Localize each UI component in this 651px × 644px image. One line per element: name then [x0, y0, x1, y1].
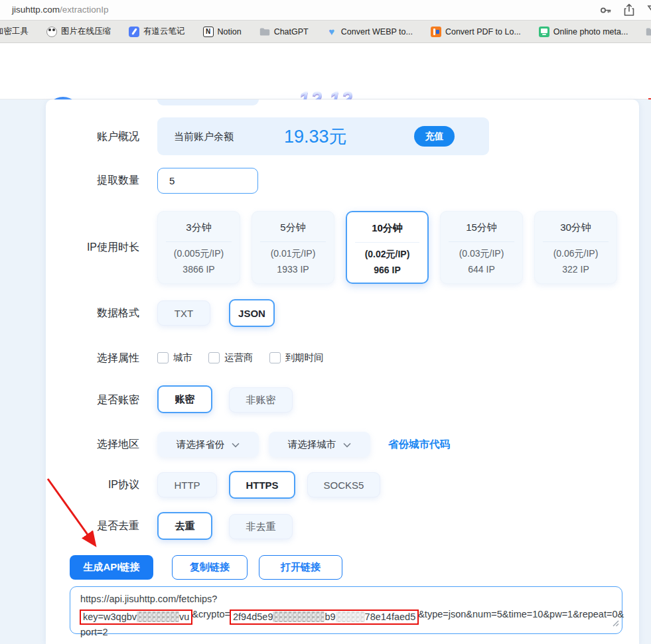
redaction-highlight-key: key=w3qgbvvu — [80, 610, 192, 625]
auth-option-no-credentials[interactable]: 非账密 — [229, 387, 293, 413]
folder-icon — [259, 27, 270, 37]
bookmark-label: 图片在线压缩 — [61, 26, 111, 37]
attribute-city[interactable]: 城市 — [157, 352, 192, 364]
masked-key-segment — [137, 612, 179, 622]
auth-option-credentials-selected[interactable]: 账密 — [157, 385, 212, 413]
quantity-label: 提取数量 — [97, 174, 139, 188]
recharge-button[interactable]: 充值 — [414, 126, 455, 147]
pdf-converter-icon — [431, 27, 441, 37]
bookmark-encrypt-tool[interactable]: 加密工具 — [0, 26, 29, 37]
api-url-line2: key=w3qgbvvu&crypto=2f94d5e9b978e14faed5… — [80, 607, 612, 625]
url-host: jisuhttp.com — [12, 5, 60, 15]
city-checkbox[interactable] — [157, 352, 169, 363]
resize-handle-icon[interactable] — [613, 616, 619, 631]
bookmark-convert-pdf[interactable]: Convert PDF to Lo... — [431, 27, 521, 37]
dedupe-label: 是否去重 — [97, 519, 139, 533]
site-header: 极速HTTP Extreme speed 首页 12.12 套餐购买 IP提取 … — [0, 43, 651, 99]
bookmark-label: 有道云笔记 — [143, 26, 185, 37]
bookmark-notion[interactable]: Notion — [203, 27, 242, 37]
api-url-line3: port=2 — [80, 625, 612, 640]
page-root: jisuhttp.com/extractionIp 加密工具 图片在线压缩 有道… — [0, 0, 651, 644]
api-url-line1: https://api.jisuhttp.com/fetchips? — [80, 592, 612, 607]
isp-checkbox[interactable] — [208, 352, 220, 363]
balance-label: 当前账户余额 — [174, 131, 234, 143]
expiry-checkbox[interactable] — [269, 352, 281, 363]
masked-crypto-segment — [273, 612, 325, 622]
bookmark-label: ChatGPT — [274, 27, 309, 36]
chevron-down-icon — [343, 439, 351, 450]
bookmark-label: 加密工具 — [0, 26, 29, 37]
bookmark-chatgpt[interactable]: ChatGPT — [259, 27, 309, 37]
auth-label: 是否账密 — [97, 393, 139, 407]
protocol-option-http[interactable]: HTTP — [157, 472, 217, 497]
masked-crypto-segment-light — [336, 612, 365, 622]
folder-icon — [646, 27, 651, 37]
format-option-json-selected[interactable]: JSON — [229, 299, 275, 327]
dedupe-option-yes-selected[interactable]: 去重 — [157, 512, 212, 540]
heart-icon: ♥ — [326, 27, 337, 37]
url-path: /extractionIp — [60, 5, 109, 15]
dedupe-option-no[interactable]: 非去重 — [229, 514, 293, 539]
redaction-highlight-crypto: 2f94d5e9b978e14faed5 — [230, 610, 419, 625]
format-option-txt[interactable]: TXT — [157, 300, 210, 326]
attribute-isp[interactable]: 运营商 — [208, 352, 253, 364]
duration-option-30min[interactable]: 30分钟 (0.06元/IP) 322 IP — [534, 211, 617, 284]
browser-address-bar[interactable]: jisuhttp.com/extractionIp — [0, 0, 651, 21]
format-label: 数据格式 — [97, 306, 139, 320]
bookmark-youdao-note[interactable]: 有道云笔记 — [129, 26, 185, 37]
protocol-label: IP协议 — [108, 478, 139, 492]
duration-label: IP使用时长 — [87, 241, 139, 255]
api-url-textarea[interactable]: https://api.jisuhttp.com/fetchips? key=w… — [70, 586, 622, 634]
clipped-scrolled-element — [157, 99, 259, 105]
generate-api-link-button[interactable]: 生成API链接 — [70, 555, 153, 580]
share-icon[interactable] — [622, 3, 636, 20]
notion-icon — [203, 27, 214, 37]
duration-option-3min[interactable]: 3分钟 (0.005元/IP) 3866 IP — [157, 211, 240, 284]
bookmarks-bar: 加密工具 图片在线压缩 有道云笔记 Notion ChatGPT ♥Conver… — [0, 21, 651, 43]
copy-link-button[interactable]: 复制链接 — [172, 555, 248, 580]
bookmark-label: Convert WEBP to... — [341, 27, 413, 36]
duration-option-5min[interactable]: 5分钟 (0.01元/IP) 1933 IP — [252, 211, 334, 284]
browser-icon-clipped[interactable] — [646, 3, 651, 19]
bookmark-image-compress[interactable]: 图片在线压缩 — [46, 26, 111, 37]
panda-icon — [46, 27, 57, 37]
province-select[interactable]: 请选择省份 — [157, 432, 259, 457]
bookmark-label: Notion — [218, 27, 242, 36]
password-key-icon[interactable] — [599, 3, 613, 20]
bookmark-photo-meta[interactable]: Online photo meta... — [539, 27, 628, 37]
bookmark-label: Convert PDF to Lo... — [445, 27, 521, 36]
bookmark-label: Online photo meta... — [553, 27, 628, 36]
attributes-row: 城市 运营商 到期时间 — [157, 352, 324, 364]
photo-meta-icon — [539, 27, 549, 37]
pen-icon — [129, 27, 139, 37]
duration-option-10min-selected[interactable]: 10分钟 (0.02元/IP) 966 IP — [346, 211, 429, 284]
page-url[interactable]: jisuhttp.com/extractionIp — [12, 5, 109, 15]
protocol-option-socks5[interactable]: SOCKS5 — [307, 472, 380, 497]
region-label: 选择地区 — [97, 438, 139, 452]
chevron-down-icon — [232, 439, 240, 450]
bookmark-convert-webp[interactable]: ♥Convert WEBP to... — [326, 27, 413, 37]
attributes-label: 选择属性 — [97, 352, 139, 365]
protocol-option-https-selected[interactable]: HTTPS — [229, 471, 295, 499]
quantity-input[interactable] — [157, 168, 258, 194]
attribute-expiry[interactable]: 到期时间 — [269, 352, 324, 364]
duration-option-15min[interactable]: 15分钟 (0.03元/IP) 644 IP — [440, 211, 523, 284]
open-link-button[interactable]: 打开链接 — [259, 555, 342, 580]
account-overview-label: 账户概况 — [97, 130, 139, 144]
bookmark-relakkes[interactable]: Relakkes — [646, 27, 651, 37]
city-select[interactable]: 请选择城市 — [269, 432, 370, 457]
province-city-code-link[interactable]: 省份城市代码 — [388, 438, 450, 452]
balance-value: 19.33元 — [284, 125, 347, 149]
